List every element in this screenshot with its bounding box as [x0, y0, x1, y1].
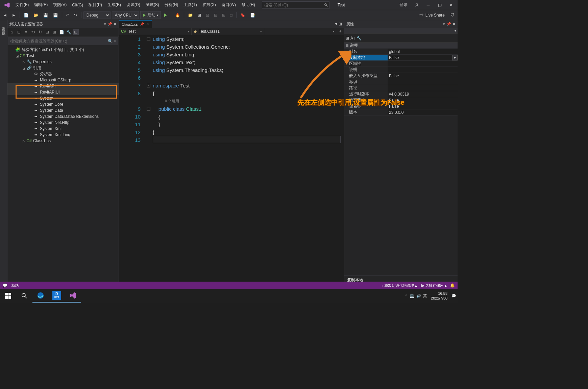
- panel-dropdown-icon[interactable]: ▾: [443, 22, 445, 26]
- sign-in-icon[interactable]: [412, 0, 422, 10]
- code-content[interactable]: using System; using System.Collections.G…: [153, 35, 344, 288]
- taskbar-edge[interactable]: [32, 289, 49, 303]
- bookmarks-list-button[interactable]: 📑: [248, 12, 257, 19]
- property-row[interactable]: 复制本地False▾: [344, 55, 458, 61]
- caret-expanded-icon[interactable]: ◢: [15, 54, 20, 58]
- se-properties-icon[interactable]: 🔧: [66, 29, 72, 35]
- property-row[interactable]: 标识: [344, 79, 458, 85]
- tree-properties[interactable]: ▷ 🔧 Properties: [7, 59, 119, 65]
- panel-pin-icon[interactable]: 📌: [446, 22, 451, 26]
- tree-ref-systemnethttp[interactable]: ▪▪ System.Net.Http: [7, 120, 119, 126]
- se-icon-2[interactable]: ▾: [23, 29, 29, 35]
- tree-references[interactable]: ◢ 🔗 引用: [7, 65, 119, 71]
- property-value[interactable]: [388, 67, 458, 73]
- tb-icon-3[interactable]: ⊟: [212, 12, 219, 19]
- properties-object-combo[interactable]: ▾: [344, 28, 458, 34]
- tab-close-icon[interactable]: ✕: [146, 22, 149, 26]
- nav-fwd-button[interactable]: ►: [10, 12, 18, 19]
- editor-split-icon[interactable]: ⊞: [339, 22, 342, 26]
- tb-icon-5[interactable]: □: [228, 12, 234, 19]
- tree-ref-systemdata[interactable]: ▪▪ System.Data: [7, 107, 119, 113]
- start-debug-button[interactable]: 启动 ▾: [140, 11, 161, 19]
- open-button[interactable]: 📂: [32, 12, 40, 19]
- property-value[interactable]: global: [388, 49, 458, 54]
- undo-button[interactable]: ↶: [64, 12, 71, 19]
- tray-show-desktop-icon[interactable]: ⌃: [405, 294, 408, 298]
- se-preview-icon[interactable]: ⊡: [73, 29, 79, 35]
- menu-file[interactable]: 文件(F): [13, 1, 31, 9]
- alphabetical-icon[interactable]: A↓: [350, 36, 355, 41]
- property-row[interactable]: 区域性: [344, 61, 458, 67]
- fold-column[interactable]: - - -: [146, 35, 153, 288]
- solution-explorer-search-input[interactable]: [10, 39, 108, 44]
- taskbar-clock[interactable]: 16:582022/7/30: [429, 291, 449, 301]
- tree-ref-analyzer[interactable]: ⚙ 分析器: [7, 71, 119, 77]
- tree-ref-revitapi[interactable]: ▪▪ RevitAPI: [7, 83, 119, 89]
- nav-member-combo[interactable]: ▾: [264, 28, 337, 35]
- se-home-icon[interactable]: ⌂: [9, 29, 15, 35]
- tray-network-icon[interactable]: 💻: [410, 294, 414, 298]
- side-tab-toolbox[interactable]: 工具箱: [0, 22, 7, 26]
- solution-explorer-search[interactable]: 🔍 ▾: [8, 37, 118, 45]
- editor-tab-class1[interactable]: Class1.cs 📌 ✕: [119, 20, 152, 28]
- minimize-button[interactable]: ─: [423, 0, 433, 10]
- se-showall-icon[interactable]: ⊞: [51, 29, 57, 35]
- menu-window[interactable]: 窗口(W): [219, 1, 239, 9]
- menu-build[interactable]: 生成(B): [105, 1, 124, 9]
- property-row[interactable]: 运行时版本v4.0.30319: [344, 91, 458, 97]
- property-value[interactable]: [388, 61, 458, 67]
- property-row[interactable]: 嵌入互操作类型False: [344, 73, 458, 79]
- editor-dd-icon[interactable]: ▾: [335, 22, 337, 26]
- categorized-icon[interactable]: ⊞: [346, 36, 349, 41]
- fold-minus-icon[interactable]: -: [147, 107, 150, 111]
- redo-button[interactable]: ↷: [72, 12, 79, 19]
- global-search[interactable]: [262, 1, 329, 9]
- live-share-button[interactable]: Live Share: [416, 13, 447, 18]
- tree-file-class1[interactable]: ▷ C# Class1.cs: [7, 138, 119, 144]
- property-pages-icon[interactable]: 🔧: [357, 36, 362, 41]
- solution-tree[interactable]: 🧩 解决方案 'Test' (1 个项目，共 1 个) ◢ C# Test ▷ …: [7, 46, 119, 288]
- new-item-button[interactable]: 📄: [22, 12, 30, 19]
- search-button[interactable]: [16, 289, 32, 303]
- property-value[interactable]: False: [388, 73, 458, 79]
- menu-tools[interactable]: 工具(T): [181, 1, 199, 9]
- panel-close-icon[interactable]: ✕: [114, 22, 117, 26]
- property-category[interactable]: ⊟ 杂项: [344, 43, 458, 49]
- browse-button[interactable]: 📁: [186, 12, 195, 19]
- start-without-debug-button[interactable]: [162, 12, 169, 18]
- tb-icon-1[interactable]: ⊞: [196, 12, 203, 19]
- property-row[interactable]: 说明: [344, 67, 458, 73]
- property-row[interactable]: 别名global: [344, 49, 458, 55]
- nav-class-combo[interactable]: ◆ Test.Class1▾: [192, 28, 264, 35]
- taskbar-revit[interactable]: RRVT: [49, 289, 65, 303]
- solution-explorer-titlebar[interactable]: 解决方案资源管理器 ▾ 📌 ✕: [7, 20, 119, 28]
- panel-close-icon[interactable]: ✕: [452, 22, 456, 26]
- menu-test[interactable]: 测试(S): [143, 1, 162, 9]
- se-icon-1[interactable]: ⊡: [16, 29, 22, 35]
- menu-view[interactable]: 视图(V): [50, 1, 69, 9]
- tree-ref-mscorlib[interactable]: ▪▪ Microsoft.CSharp: [7, 77, 119, 83]
- bookmark-button[interactable]: 🔖: [239, 12, 247, 19]
- se-sync-icon[interactable]: ⟲: [30, 29, 36, 35]
- se-files-icon[interactable]: 📄: [58, 29, 65, 35]
- nav-project-combo[interactable]: C# Test▾: [119, 28, 192, 35]
- menu-extensions[interactable]: 扩展(X): [200, 1, 219, 9]
- menu-debug[interactable]: 调试(D): [124, 1, 143, 9]
- se-refresh-icon[interactable]: ↻: [37, 29, 43, 35]
- menu-help[interactable]: 帮助(H): [239, 1, 258, 9]
- tb-icon-2[interactable]: ⊡: [204, 12, 211, 19]
- menu-project[interactable]: 项目(P): [86, 1, 105, 9]
- tree-solution-root[interactable]: 🧩 解决方案 'Test' (1 个项目，共 1 个): [7, 47, 119, 53]
- config-combo[interactable]: Debug: [83, 11, 111, 19]
- search-icon[interactable]: [323, 2, 329, 8]
- maximize-button[interactable]: ▢: [435, 0, 445, 10]
- collapse-icon[interactable]: ⊟: [346, 44, 348, 47]
- nav-back-button[interactable]: ◄: [1, 12, 9, 19]
- property-value[interactable]: v4.0.30319: [388, 91, 458, 97]
- sign-in-button[interactable]: 登录: [397, 1, 410, 9]
- se-collapse-icon[interactable]: ⊟: [44, 29, 50, 35]
- property-value[interactable]: 23.0.0.0: [388, 109, 458, 115]
- output-icon[interactable]: 💬: [3, 283, 7, 288]
- property-value[interactable]: [388, 85, 458, 91]
- admin-icon[interactable]: ⛉: [449, 12, 456, 19]
